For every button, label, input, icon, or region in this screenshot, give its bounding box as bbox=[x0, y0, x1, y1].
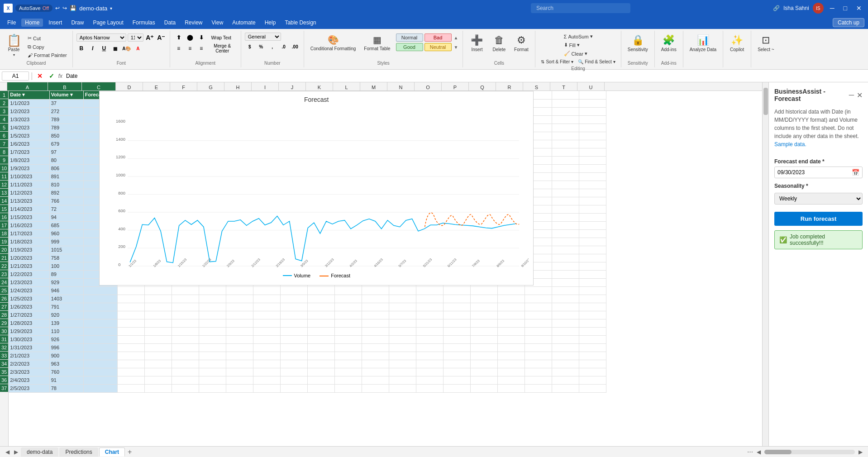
sheet-tab-chart[interactable]: Chart bbox=[99, 447, 125, 457]
grid-cell[interactable]: 91 bbox=[49, 376, 83, 384]
menu-view[interactable]: View bbox=[208, 19, 227, 27]
align-bottom-button[interactable]: ⬇ bbox=[196, 33, 206, 43]
col-header-l[interactable]: L bbox=[333, 82, 360, 90]
corner-cell[interactable] bbox=[0, 82, 7, 90]
menu-file[interactable]: File bbox=[4, 19, 19, 27]
table-row[interactable]: 1/26/2023791 bbox=[9, 303, 606, 311]
grid-cell[interactable]: 37 bbox=[49, 99, 83, 107]
grid-cell[interactable]: 758 bbox=[49, 254, 83, 262]
grid-cell[interactable]: 139 bbox=[49, 319, 83, 327]
share-icon[interactable]: 🔗 bbox=[773, 5, 780, 11]
grid-cell[interactable] bbox=[83, 360, 117, 368]
delete-cells-button[interactable]: 🗑 Delete bbox=[489, 33, 509, 54]
col-header-i[interactable]: I bbox=[252, 82, 279, 90]
grid-cell[interactable]: 1/7/2023 bbox=[9, 148, 49, 156]
grid-cell[interactable]: 999 bbox=[49, 238, 83, 246]
run-forecast-button[interactable]: Run forecast bbox=[774, 212, 863, 226]
add-sheet-button[interactable]: + bbox=[126, 448, 134, 456]
grid-cell[interactable] bbox=[83, 303, 117, 311]
font-family-select[interactable]: Aptos Narrow bbox=[76, 33, 126, 42]
grid-cell[interactable]: 996 bbox=[49, 343, 83, 352]
grid-cell[interactable]: 806 bbox=[49, 164, 83, 172]
vertical-scrollbar[interactable] bbox=[762, 82, 768, 446]
decimal-increase-button[interactable]: .0 bbox=[279, 42, 289, 52]
menu-automate[interactable]: Automate bbox=[229, 19, 259, 27]
grid-cell[interactable]: 766 bbox=[49, 197, 83, 205]
cell-reference-box[interactable] bbox=[2, 71, 29, 81]
col-header-e[interactable]: E bbox=[143, 82, 170, 90]
grid-cell[interactable]: 1/4/2023 bbox=[9, 124, 49, 132]
style-neutral[interactable]: Neutral bbox=[424, 43, 452, 51]
grid-cell[interactable]: 920 bbox=[49, 311, 83, 319]
confirm-formula-button[interactable]: ✓ bbox=[47, 71, 57, 81]
clear-button[interactable]: 🧹 Clear▾ bbox=[562, 50, 589, 57]
grid-cell[interactable]: 1/20/2023 bbox=[9, 254, 49, 262]
grid-cell[interactable]: 2/1/2023 bbox=[9, 352, 49, 360]
table-row[interactable]: 2/1/2023900 bbox=[9, 352, 606, 360]
style-bad[interactable]: Bad bbox=[424, 33, 452, 42]
grid-cell[interactable]: 679 bbox=[49, 140, 83, 148]
grid-cell[interactable]: 1/22/2023 bbox=[9, 270, 49, 278]
col-header-j[interactable]: J bbox=[279, 82, 306, 90]
underline-button[interactable]: U bbox=[99, 43, 109, 53]
menu-insert[interactable]: Insert bbox=[45, 19, 66, 27]
calendar-icon[interactable]: 📅 bbox=[849, 167, 862, 178]
sheet-tab-predictions[interactable]: Predictions bbox=[59, 447, 98, 457]
undo-icon[interactable]: ↩ bbox=[55, 5, 60, 11]
scroll-left-button[interactable]: ◀ bbox=[755, 449, 763, 455]
sheet-tab-demo-data[interactable]: demo-data bbox=[21, 447, 58, 457]
grid-cell[interactable]: 1/1/2023 bbox=[9, 99, 49, 107]
col-header-m[interactable]: M bbox=[360, 82, 387, 90]
fill-color-button[interactable]: A🎨 bbox=[122, 43, 132, 53]
grid-cell[interactable]: 2/3/2023 bbox=[9, 368, 49, 376]
scrollbar-thumb-v[interactable] bbox=[763, 88, 768, 115]
grid-cell[interactable]: 2/2/2023 bbox=[9, 360, 49, 368]
col-header-t[interactable]: T bbox=[550, 82, 577, 90]
analyze-data-button[interactable]: 📊 Analyze Data bbox=[687, 33, 719, 54]
close-button[interactable]: ✕ bbox=[854, 4, 864, 13]
format-painter-button[interactable]: 🖌 Format Painter bbox=[26, 52, 69, 59]
grid-cell[interactable]: 1/6/2023 bbox=[9, 140, 49, 148]
autosum-button[interactable]: Σ AutoSum▾ bbox=[562, 33, 595, 40]
sheet-next-button[interactable]: ▶ bbox=[12, 449, 20, 455]
grid-cell[interactable]: 1/16/2023 bbox=[9, 221, 49, 229]
table-row[interactable]: 2/4/202391 bbox=[9, 376, 606, 384]
formula-input[interactable] bbox=[64, 72, 866, 80]
horizontal-scrollbar-thumb[interactable] bbox=[764, 450, 792, 454]
cut-button[interactable]: ✂ Cut bbox=[26, 34, 69, 42]
grid-cell[interactable]: 1/27/2023 bbox=[9, 311, 49, 319]
grid-cell[interactable]: 1015 bbox=[49, 246, 83, 254]
grid-cell[interactable] bbox=[83, 311, 117, 319]
grid-cell[interactable]: 791 bbox=[49, 303, 83, 311]
col-header-d[interactable]: D bbox=[116, 82, 143, 90]
col-header-s[interactable]: S bbox=[523, 82, 550, 90]
grid-cell[interactable]: 685 bbox=[49, 221, 83, 229]
grid-cell[interactable] bbox=[83, 343, 117, 352]
align-left-button[interactable]: ≡ bbox=[174, 43, 184, 53]
addins-button[interactable]: 🧩 Add-ins bbox=[658, 33, 679, 54]
grid-cell[interactable]: 89 bbox=[49, 270, 83, 278]
grid-cell[interactable]: 1/17/2023 bbox=[9, 229, 49, 238]
grid-cell[interactable]: 789 bbox=[49, 115, 83, 124]
comma-button[interactable]: , bbox=[267, 42, 277, 52]
grid-cell[interactable]: 1/25/2023 bbox=[9, 295, 49, 303]
grid-cell[interactable]: 892 bbox=[49, 189, 83, 197]
grid-cell[interactable]: 1/26/2023 bbox=[9, 303, 49, 311]
table-row[interactable]: 1/29/2023110 bbox=[9, 327, 606, 335]
sheet-options-button[interactable]: ⋯ bbox=[747, 448, 753, 455]
grid-cell[interactable]: 78 bbox=[49, 384, 83, 392]
sort-filter-button[interactable]: ⇅ Sort & Filter▾ bbox=[539, 58, 575, 65]
fill-button[interactable]: ⬇ Fill▾ bbox=[562, 41, 582, 49]
grid-cell[interactable] bbox=[83, 286, 117, 295]
grid-cell[interactable]: 1/18/2023 bbox=[9, 238, 49, 246]
grid-cell[interactable]: 80 bbox=[49, 156, 83, 164]
conditional-formatting-button[interactable]: 🎨 Conditional Formatting bbox=[308, 33, 359, 53]
grid-cell[interactable]: 1/9/2023 bbox=[9, 164, 49, 172]
restore-button[interactable]: □ bbox=[841, 4, 850, 13]
copilot-button[interactable]: ✨ Copilot bbox=[727, 33, 747, 54]
grid-cell[interactable] bbox=[83, 319, 117, 327]
cancel-formula-button[interactable]: ✕ bbox=[35, 71, 45, 81]
grid-cell[interactable]: 946 bbox=[49, 286, 83, 295]
find-select-button[interactable]: 🔍 Find & Select▾ bbox=[576, 58, 617, 65]
autosave-toggle[interactable]: AutoSave Off bbox=[15, 5, 52, 12]
